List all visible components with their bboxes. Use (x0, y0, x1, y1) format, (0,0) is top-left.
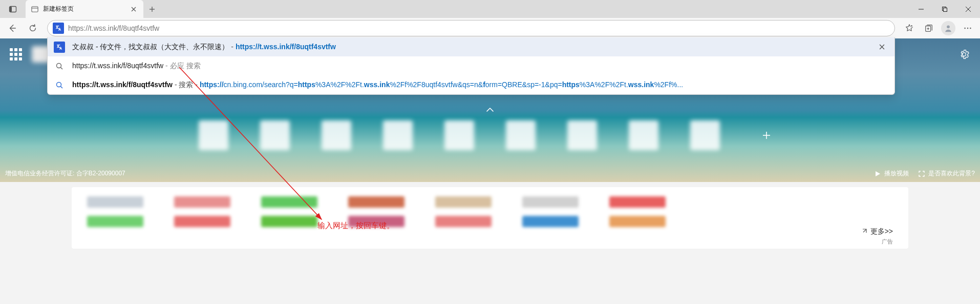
feed-item[interactable] (174, 216, 230, 227)
collections-button[interactable] (920, 20, 938, 36)
svg-point-17 (57, 82, 61, 87)
feed-item[interactable] (609, 196, 666, 208)
like-background-button[interactable]: 是否喜欢此背景? (918, 169, 975, 178)
svg-rect-2 (32, 6, 38, 12)
arrow-left-icon (8, 24, 17, 33)
feed-item[interactable] (435, 196, 492, 208)
suggestion-dropdown: 文叔叔 - 传文件，找文叔叔（大文件、永不限速） - https://t.wss… (47, 37, 895, 95)
suggestion-remove-button[interactable] (875, 40, 888, 54)
toolbar-right (900, 20, 977, 36)
svg-point-26 (964, 28, 966, 29)
svg-line-16 (61, 67, 63, 69)
expand-icon (918, 170, 925, 177)
svg-point-27 (967, 28, 969, 29)
quick-link-tile[interactable] (322, 120, 351, 150)
svg-rect-10 (944, 8, 947, 11)
tab-actions-area (0, 0, 26, 18)
quick-link-tile[interactable] (383, 120, 413, 150)
quick-link-tile[interactable] (506, 120, 536, 150)
translate-icon (55, 25, 62, 32)
suggestion-text: https://t.wss.ink/f/8uqtf4svtfw - 必应 搜索 (72, 62, 888, 71)
feed-item[interactable] (522, 216, 579, 227)
quick-link-tile[interactable] (444, 120, 474, 150)
app-launcher-button[interactable] (7, 46, 25, 63)
feed-item[interactable] (261, 216, 317, 227)
star-plus-icon (905, 24, 914, 33)
license-text: 增值电信业务经营许可证: 合字B2-20090007 (5, 169, 125, 178)
suggestion-row-1[interactable]: https://t.wss.ink/f/8uqtf4svtfw - 必应 搜索 (48, 56, 894, 75)
quick-link-tile[interactable] (629, 120, 658, 150)
suggestion-favicon (54, 42, 65, 53)
collections-icon (924, 24, 933, 33)
refresh-icon (28, 24, 37, 33)
minimize-button[interactable] (909, 0, 933, 18)
feed-row (87, 196, 893, 208)
close-window-button[interactable] (956, 0, 980, 18)
refresh-button[interactable] (24, 20, 42, 36)
window-controls (909, 0, 980, 18)
ellipsis-icon (963, 24, 972, 33)
search-icon (54, 60, 65, 72)
feed-ad-label: 广告 (882, 238, 893, 246)
feed-item[interactable] (348, 196, 404, 208)
address-bar[interactable] (47, 20, 895, 36)
tab-actions-button[interactable] (5, 2, 21, 16)
svg-line-18 (61, 86, 63, 88)
suggestion-row-0[interactable]: 文叔叔 - 传文件，找文叔叔（大文件、永不限速） - https://t.wss… (48, 37, 894, 56)
feed-item[interactable] (87, 196, 143, 208)
play-video-button[interactable]: 播放视频 (874, 169, 909, 178)
feed-row (87, 216, 893, 227)
quick-links-row (0, 120, 980, 150)
feed-item[interactable] (348, 216, 404, 227)
feed-item[interactable] (609, 216, 666, 227)
back-button[interactable] (3, 20, 22, 36)
svg-point-28 (970, 28, 971, 29)
page-settings-button[interactable] (955, 46, 973, 63)
svg-rect-1 (10, 6, 12, 12)
tab-favicon (31, 5, 39, 13)
add-quick-link-button[interactable] (752, 120, 781, 150)
hero-footer: 增值电信业务经营许可证: 合字B2-20090007 播放视频 是否喜欢此背景? (5, 169, 975, 178)
more-button[interactable] (958, 20, 977, 36)
feed-item[interactable] (435, 216, 492, 227)
feed-item[interactable] (87, 216, 143, 227)
maximize-button[interactable] (933, 0, 956, 18)
new-tab-button[interactable] (143, 0, 161, 18)
feed-more-link[interactable]: 更多>> (860, 227, 893, 236)
address-bar-container: 文叔叔 - 传文件，找文叔叔（大文件、永不限速） - https://t.wss… (47, 20, 895, 36)
url-input[interactable] (68, 24, 889, 32)
play-icon (874, 170, 881, 177)
feed-item[interactable] (522, 196, 579, 208)
tabspace-icon (9, 5, 17, 13)
quick-link-tile[interactable] (690, 120, 720, 150)
close-icon (879, 44, 885, 50)
feed-item[interactable] (174, 196, 230, 208)
tab-title: 新建标签页 (43, 5, 125, 13)
plus-icon (149, 6, 155, 12)
svg-point-15 (57, 63, 61, 68)
chevron-up-icon (486, 107, 494, 113)
search-icon (54, 79, 65, 91)
feed-card: 更多>> 广告 (72, 187, 908, 249)
collapse-quicklinks-button[interactable] (482, 104, 498, 115)
link-out-icon (860, 228, 867, 235)
suggestion-row-2[interactable]: https://t.wss.ink/f/8uqtf4svtfw - 搜索 - h… (48, 75, 894, 94)
tab-close-button[interactable] (129, 5, 138, 14)
quick-link-tile[interactable] (199, 120, 228, 150)
site-identity-icon[interactable] (53, 23, 64, 34)
tab-active[interactable]: 新建标签页 (26, 0, 143, 18)
quick-link-tile[interactable] (567, 120, 597, 150)
quick-link-tile[interactable] (260, 120, 290, 150)
suggestion-text: 文叔叔 - 传文件，找文叔叔（大文件、永不限速） - https://t.wss… (72, 43, 868, 52)
suggestion-text: https://t.wss.ink/f/8uqtf4svtfw - 搜索 - h… (72, 80, 888, 90)
svg-point-25 (947, 25, 950, 28)
avatar-icon (941, 21, 955, 35)
feed-item[interactable] (261, 196, 317, 208)
title-bar: 新建标签页 (0, 0, 980, 18)
plus-icon (762, 131, 771, 140)
close-icon (131, 7, 136, 12)
profile-button[interactable] (939, 20, 957, 36)
gear-icon (959, 49, 969, 59)
toolbar: 文叔叔 - 传文件，找文叔叔（大文件、永不限速） - https://t.wss… (0, 18, 980, 38)
favorites-button[interactable] (900, 20, 919, 36)
